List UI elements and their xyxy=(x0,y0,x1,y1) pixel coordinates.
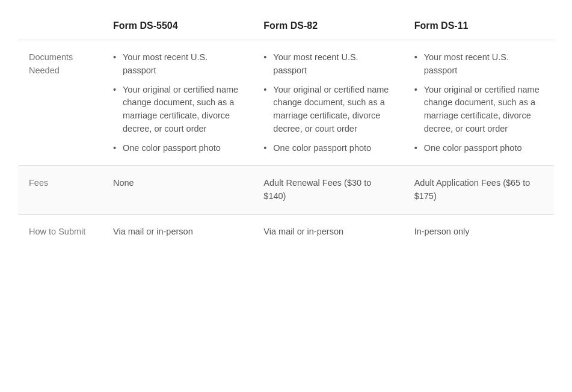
doc-list-col3: Your most recent U.S. passport Your orig… xyxy=(414,51,543,155)
list-item: Your original or certified name change d… xyxy=(263,84,392,136)
list-item: Your most recent U.S. passport xyxy=(414,51,543,78)
row-col3-fees: Adult Application Fees ($65 to $175) xyxy=(404,166,554,215)
header-col1: Form DS-5504 xyxy=(102,12,253,40)
list-item: Your most recent U.S. passport xyxy=(263,51,392,78)
list-item: One color passport photo xyxy=(263,142,392,155)
comparison-table: Form DS-5504 Form DS-82 Form DS-11 Docum… xyxy=(18,12,554,250)
list-item: Your original or certified name change d… xyxy=(113,84,242,136)
row-label-documents: Documents Needed xyxy=(18,40,102,166)
list-item: One color passport photo xyxy=(113,142,242,155)
list-item: Your most recent U.S. passport xyxy=(113,51,242,78)
row-col1-fees: None xyxy=(102,166,253,215)
row-label-fees: Fees xyxy=(18,166,102,215)
header-row-label xyxy=(18,12,102,40)
row-col1-submit: Via mail or in-person xyxy=(102,214,253,249)
row-col3-documents: Your most recent U.S. passport Your orig… xyxy=(404,40,554,166)
comparison-table-container: Form DS-5504 Form DS-82 Form DS-11 Docum… xyxy=(0,0,572,392)
doc-list-col2: Your most recent U.S. passport Your orig… xyxy=(263,51,392,155)
row-col2-documents: Your most recent U.S. passport Your orig… xyxy=(253,40,403,166)
header-col2: Form DS-82 xyxy=(253,12,403,40)
header-col3: Form DS-11 xyxy=(404,12,554,40)
row-col3-submit: In-person only xyxy=(404,214,554,249)
row-col2-fees: Adult Renewal Fees ($30 to $140) xyxy=(253,166,403,215)
row-label-submit: How to Submit xyxy=(18,214,102,249)
list-item: One color passport photo xyxy=(414,142,543,155)
table-header-row: Form DS-5504 Form DS-82 Form DS-11 xyxy=(18,12,554,40)
table-row-fees: Fees None Adult Renewal Fees ($30 to $14… xyxy=(18,166,554,215)
row-col1-documents: Your most recent U.S. passport Your orig… xyxy=(102,40,253,166)
doc-list-col1: Your most recent U.S. passport Your orig… xyxy=(113,51,242,155)
list-item: Your original or certified name change d… xyxy=(414,84,543,136)
table-row-submit: How to Submit Via mail or in-person Via … xyxy=(18,214,554,249)
table-row-documents: Documents Needed Your most recent U.S. p… xyxy=(18,40,554,166)
row-col2-submit: Via mail or in-person xyxy=(253,214,403,249)
